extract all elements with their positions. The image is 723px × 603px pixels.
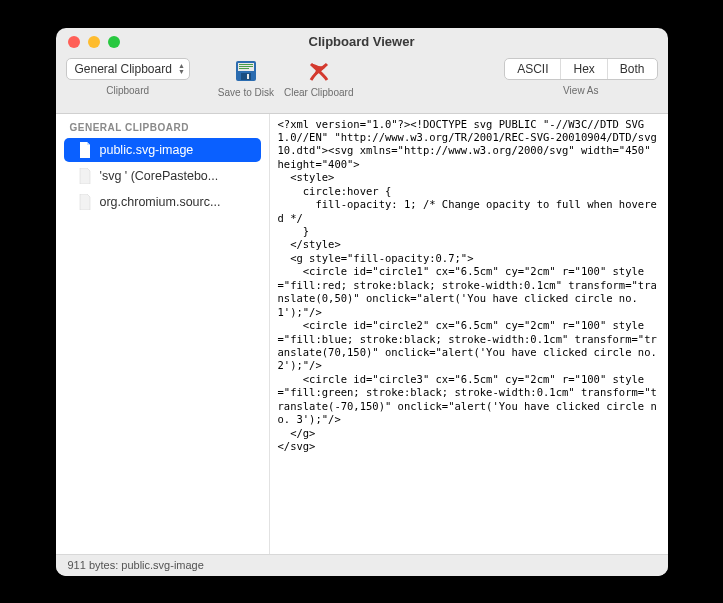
clear-clipboard-group: Clear Clipboard	[284, 58, 353, 98]
svg-rect-2	[241, 73, 251, 80]
status-text: 911 bytes: public.svg-image	[68, 559, 204, 571]
titlebar: Clipboard Viewer	[56, 28, 668, 56]
save-to-disk-group: Save to Disk	[218, 58, 274, 98]
sidebar-item-label: 'svg ' (CorePastebo...	[100, 169, 219, 183]
statusbar: 911 bytes: public.svg-image	[56, 554, 668, 576]
viewas-label: View As	[563, 85, 598, 96]
floppy-disk-icon	[234, 60, 258, 82]
clipboard-selector-group: General Clipboard ▲▼ Clipboard	[66, 58, 190, 96]
file-icon	[78, 168, 92, 184]
sidebar-item-label: public.svg-image	[100, 143, 194, 157]
maximize-window-button[interactable]	[108, 36, 120, 48]
sidebar: GENERAL CLIPBOARD public.svg-image 'svg …	[56, 114, 270, 554]
viewas-ascii-button[interactable]: ASCII	[505, 59, 561, 79]
file-icon	[78, 194, 92, 210]
close-window-button[interactable]	[68, 36, 80, 48]
app-window: Clipboard Viewer General Clipboard ▲▼ Cl…	[56, 28, 668, 576]
file-icon	[78, 142, 92, 158]
clear-clipboard-button[interactable]	[305, 58, 333, 84]
viewas-group: ASCII Hex Both View As	[504, 58, 657, 96]
red-x-icon	[307, 60, 331, 82]
svg-rect-5	[239, 66, 253, 67]
clear-clipboard-label: Clear Clipboard	[284, 87, 353, 98]
content-viewer[interactable]: <?xml version="1.0"?><!DOCTYPE svg PUBLI…	[270, 114, 668, 554]
save-to-disk-label: Save to Disk	[218, 87, 274, 98]
sidebar-item[interactable]: org.chromium.sourc...	[64, 190, 261, 214]
viewas-both-button[interactable]: Both	[608, 59, 657, 79]
sidebar-header: GENERAL CLIPBOARD	[56, 118, 269, 137]
clipboard-select-value: General Clipboard	[75, 62, 172, 76]
window-title: Clipboard Viewer	[56, 34, 668, 49]
clipboard-select[interactable]: General Clipboard ▲▼	[66, 58, 190, 80]
viewas-segmented-control: ASCII Hex Both	[504, 58, 657, 80]
updown-arrows-icon: ▲▼	[178, 63, 185, 75]
sidebar-item-label: org.chromium.sourc...	[100, 195, 221, 209]
viewas-hex-button[interactable]: Hex	[561, 59, 607, 79]
sidebar-item[interactable]: public.svg-image	[64, 138, 261, 162]
save-to-disk-button[interactable]	[232, 58, 260, 84]
svg-rect-3	[247, 74, 249, 79]
svg-rect-4	[239, 64, 253, 65]
minimize-window-button[interactable]	[88, 36, 100, 48]
traffic-lights	[56, 36, 120, 48]
body: GENERAL CLIPBOARD public.svg-image 'svg …	[56, 114, 668, 554]
clipboard-select-label: Clipboard	[106, 85, 149, 96]
sidebar-item[interactable]: 'svg ' (CorePastebo...	[64, 164, 261, 188]
svg-rect-6	[239, 68, 249, 69]
toolbar: General Clipboard ▲▼ Clipboard	[56, 56, 668, 114]
